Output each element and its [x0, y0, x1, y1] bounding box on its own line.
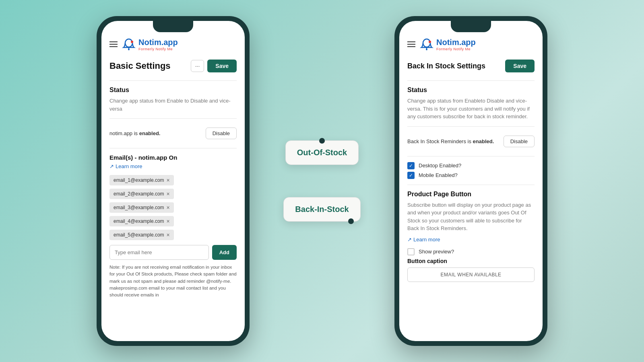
button-caption-title: Button caption — [407, 258, 535, 264]
status-title: Status — [109, 86, 237, 94]
checkbox-mobile: Mobile Enabled? — [407, 172, 535, 179]
email-tags: email_1@example.com × email_2@example.co… — [109, 175, 237, 240]
left-screen-content: Notim.app Formerly Notify Me Basic Setti… — [101, 21, 245, 341]
email-tag-2-text: email_2@example.com — [114, 191, 164, 197]
remove-email-4[interactable]: × — [167, 218, 170, 224]
right-save-button[interactable]: Save — [505, 60, 535, 72]
right-status-title: Status — [407, 86, 535, 94]
email-tag-3: email_3@example.com × — [109, 202, 174, 213]
desktop-checkbox-label: Desktop Enabled? — [419, 162, 461, 169]
logo-sub-text: Formerly Notify Me — [138, 47, 178, 51]
oos-tag-text: Out-Of-Stock — [297, 148, 347, 157]
status-value: enabled. — [139, 130, 161, 136]
bis-tag-hole — [348, 218, 354, 224]
checkbox-desktop: Desktop Enabled? — [407, 162, 535, 169]
page-title-row: Basic Settings ··· Save — [109, 60, 237, 72]
external-link-icon: ↗ — [109, 163, 114, 169]
oos-tag-hole — [319, 138, 325, 144]
show-preview-checkbox[interactable] — [407, 248, 415, 255]
right-external-link-icon: ↗ — [407, 237, 412, 243]
remove-email-1[interactable]: × — [167, 177, 170, 183]
right-learn-more-text: Learn more — [413, 237, 440, 243]
svg-point-7 — [429, 41, 431, 43]
email-tag-5-text: email_5@example.com — [114, 232, 164, 238]
more-button[interactable]: ··· — [191, 60, 204, 72]
button-caption-value: EMAIL WHEN AVAILABLE — [407, 267, 535, 282]
email-input-row: Add — [109, 245, 237, 260]
status-row: notim.app is enabled. Disable — [109, 124, 237, 142]
right-status-value: enabled. — [473, 138, 494, 144]
svg-point-3 — [131, 41, 133, 43]
logo-bell-icon — [122, 37, 136, 51]
product-button-title: Product Page Button — [407, 191, 535, 198]
right-screen-content: Notim.app Formerly Notify Me Back In Sto… — [399, 21, 543, 341]
page-title: Basic Settings — [109, 61, 171, 71]
email-tag-1: email_1@example.com × — [109, 175, 174, 185]
right-divider-3 — [407, 156, 535, 156]
email-tag-1-text: email_1@example.com — [114, 177, 164, 183]
bis-tag: Back-In-Stock — [283, 197, 360, 222]
status-desc: Change app status from Enable to Disable… — [109, 97, 237, 113]
right-phone-screen: Notim.app Formerly Notify Me Back In Sto… — [399, 21, 543, 341]
status-text: notim.app is enabled. — [109, 130, 160, 136]
email-tag-4-text: email_4@example.com — [114, 218, 164, 224]
email-input[interactable] — [109, 245, 209, 260]
right-logo-text: Notim.app Formerly Notify Me — [436, 38, 476, 51]
divider-2 — [109, 118, 237, 119]
right-logo-main-text: Notim.app — [436, 38, 476, 47]
hamburger-icon[interactable] — [109, 41, 118, 47]
right-disable-button[interactable]: Disable — [504, 136, 535, 147]
svg-point-0 — [125, 39, 132, 47]
note-text: Note: If you are not receiving email not… — [109, 264, 237, 298]
save-button[interactable]: Save — [207, 60, 237, 72]
learn-more-link[interactable]: ↗ Learn more — [109, 163, 237, 169]
divider-1 — [109, 80, 237, 81]
left-phone: Notim.app Formerly Notify Me Basic Setti… — [97, 16, 250, 346]
right-logo-container: Notim.app Formerly Notify Me — [419, 37, 476, 51]
logo-main-text: Notim.app — [138, 38, 178, 47]
desktop-checkbox[interactable] — [407, 162, 415, 169]
left-phone-screen: Notim.app Formerly Notify Me Basic Setti… — [101, 21, 245, 341]
mobile-checkbox[interactable] — [407, 172, 415, 179]
right-divider-1 — [407, 80, 535, 81]
right-phone: Notim.app Formerly Notify Me Back In Sto… — [394, 16, 547, 346]
svg-point-2 — [128, 49, 130, 50]
right-logo-sub-text: Formerly Notify Me — [436, 47, 476, 51]
right-learn-more-link[interactable]: ↗ Learn more — [407, 237, 535, 243]
right-status-desc: Change app status from Enableto Disable … — [407, 97, 535, 121]
right-logo-bell-icon — [419, 37, 434, 51]
product-button-section: Product Page Button Subscribe button wil… — [407, 191, 535, 282]
logo-text: Notim.app Formerly Notify Me — [138, 38, 178, 51]
right-divider-4 — [407, 185, 535, 185]
right-hamburger-icon[interactable] — [407, 41, 415, 47]
remove-email-5[interactable]: × — [167, 232, 170, 238]
email-section-title: Email(s) - notim.app On — [109, 154, 237, 161]
svg-point-4 — [423, 39, 430, 47]
right-page-title: Back In Stock Settings — [407, 62, 485, 70]
right-status-text: Back In Stock Reminders is enabled. — [407, 138, 494, 144]
email-tag-3-text: email_3@example.com — [114, 205, 164, 210]
email-tag-5: email_5@example.com × — [109, 230, 174, 240]
phone-notch — [153, 21, 193, 32]
app-header: Notim.app Formerly Notify Me — [109, 37, 237, 51]
disable-button[interactable]: Disable — [206, 128, 237, 139]
show-preview-label: Show preview? — [419, 249, 454, 255]
add-email-button[interactable]: Add — [212, 245, 237, 260]
show-preview-row: Show preview? — [407, 248, 535, 255]
svg-point-6 — [426, 49, 427, 50]
email-tag-2: email_2@example.com × — [109, 189, 174, 199]
right-divider-2 — [407, 126, 535, 127]
right-phone-notch — [451, 21, 491, 32]
bis-tag-text: Back-In-Stock — [295, 205, 349, 214]
phones-container: Notim.app Formerly Notify Me Basic Setti… — [97, 16, 547, 346]
remove-email-3[interactable]: × — [167, 204, 170, 211]
divider-3 — [109, 148, 237, 148]
logo-container: Notim.app Formerly Notify Me — [122, 37, 178, 51]
mobile-checkbox-label: Mobile Enabled? — [419, 172, 458, 178]
right-status-row: Back In Stock Reminders is enabled. Disa… — [407, 132, 535, 150]
remove-email-2[interactable]: × — [167, 191, 170, 197]
right-page-title-row: Back In Stock Settings Save — [407, 60, 535, 72]
title-actions: ··· Save — [191, 60, 237, 72]
email-tag-4: email_4@example.com × — [109, 216, 174, 226]
right-app-header: Notim.app Formerly Notify Me — [407, 37, 535, 51]
